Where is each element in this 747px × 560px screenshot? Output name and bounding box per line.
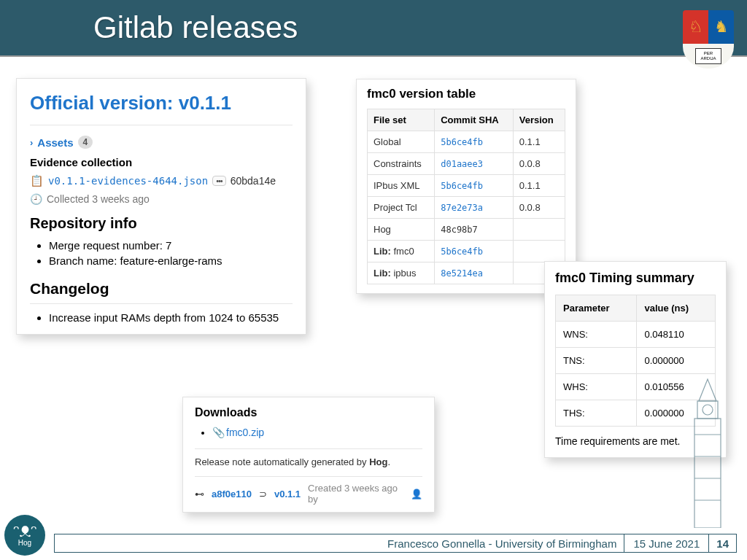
footer-author: Francesco Gonnella - University of Birmi… bbox=[55, 537, 624, 550]
hog-face-icon: ᵔᴥᵔ bbox=[13, 524, 37, 539]
tag-icon: ⊃ bbox=[259, 489, 267, 499]
version-table: File set Commit SHA Version Global5b6ce4… bbox=[367, 109, 565, 284]
sha-cell[interactable]: 5b6ce4fb bbox=[435, 241, 513, 262]
collected-text: Collected 3 weeks ago bbox=[47, 193, 150, 205]
downloads-panel: Downloads 📎fmc0.zip Release note automat… bbox=[182, 397, 435, 513]
param-cell: WHS: bbox=[556, 374, 637, 400]
sha-cell[interactable]: 5b6ce4fb bbox=[435, 175, 513, 197]
fileset-cell: Constraints bbox=[368, 153, 435, 175]
ellipsis-button[interactable]: ••• bbox=[212, 176, 226, 186]
downloads-heading: Downloads bbox=[195, 406, 422, 419]
col-version: Version bbox=[513, 109, 565, 131]
value-cell: 0.048110 bbox=[637, 322, 716, 348]
download-item: 📎fmc0.zip bbox=[212, 427, 422, 438]
table-row: Constraintsd01aaee30.0.8 bbox=[368, 153, 565, 175]
evidence-file-link[interactable]: v0.1.1-evidences-4644.json bbox=[48, 175, 208, 187]
fileset-cell: Global bbox=[368, 131, 435, 153]
tag-link[interactable]: v0.1.1 bbox=[274, 489, 301, 499]
svg-point-1 bbox=[703, 405, 713, 415]
value-cell: 0.000000 bbox=[637, 348, 716, 374]
paperclip-icon: 📎 bbox=[212, 427, 225, 438]
merge-request-item: Merge request number: 7 bbox=[49, 239, 293, 252]
hog-logo: ᵔᴥᵔ Hog bbox=[4, 515, 45, 556]
sha-cell[interactable]: 87e2e73a bbox=[435, 197, 513, 219]
version-cell: 0.0.8 bbox=[513, 153, 565, 175]
sha-cell[interactable]: d01aaee3 bbox=[435, 153, 513, 175]
fileset-cell: Lib: fmc0 bbox=[368, 241, 435, 262]
assets-label: Assets bbox=[37, 136, 73, 149]
commit-link[interactable]: a8f0e110 bbox=[212, 489, 252, 499]
param-cell: WNS: bbox=[556, 322, 637, 348]
downloads-meta: ⊷ a8f0e110 ⊃ v0.1.1 Created 3 weeks ago … bbox=[195, 476, 422, 505]
fileset-cell: Lib: ipbus bbox=[368, 262, 435, 284]
university-crest: ♘ ♞ PERARDUA bbox=[683, 10, 734, 69]
table-row: Hog48c98b7 bbox=[368, 219, 565, 241]
fileset-cell: IPbus XML bbox=[368, 175, 435, 197]
table-row: Project Tcl87e2e73a0.0.8 bbox=[368, 197, 565, 219]
table-row: Global5b6ce4fb0.1.1 bbox=[368, 131, 565, 153]
col-parameter: Parameter bbox=[556, 295, 637, 322]
branch-name-item: Branch name: feature-enlarge-rams bbox=[49, 254, 293, 267]
clocktower-illustration bbox=[677, 376, 738, 528]
divider bbox=[30, 125, 293, 125]
table-row: IPbus XML5b6ce4fb0.1.1 bbox=[368, 175, 565, 197]
crest-lion-icon: ♘ bbox=[683, 10, 708, 44]
sha-cell: 48c98b7 bbox=[435, 219, 513, 241]
created-text: Created 3 weeks ago by bbox=[308, 483, 403, 505]
table-row: WNS:0.048110 bbox=[556, 322, 716, 348]
evidence-sha: 60bda14e bbox=[231, 175, 276, 187]
evidence-row: 📋 v0.1.1-evidences-4644.json ••• 60bda14… bbox=[30, 174, 293, 187]
download-link[interactable]: fmc0.zip bbox=[226, 427, 264, 438]
version-cell bbox=[513, 219, 565, 241]
sha-cell[interactable]: 8e5214ea bbox=[435, 262, 513, 284]
fileset-cell: Project Tcl bbox=[368, 197, 435, 219]
changelog-list: Increase input RAMs depth from 1024 to 6… bbox=[49, 311, 293, 324]
fileset-cell: Hog bbox=[368, 219, 435, 241]
repo-info-heading: Repository info bbox=[30, 215, 293, 232]
slide-title: Gitlab releases bbox=[93, 10, 298, 45]
version-cell bbox=[513, 241, 565, 262]
footer-page: 14 bbox=[708, 534, 736, 552]
crest-motto: PERARDUA bbox=[695, 48, 721, 64]
table-row: Lib: ipbus8e5214ea bbox=[368, 262, 565, 284]
version-cell: 0.0.8 bbox=[513, 197, 565, 219]
avatar-icon: 👤 bbox=[411, 489, 422, 499]
hog-logo-text: Hog bbox=[18, 539, 31, 547]
changelog-heading: Changelog bbox=[30, 280, 293, 298]
version-table-panel: fmc0 version table File set Commit SHA V… bbox=[356, 79, 576, 294]
downloads-list: 📎fmc0.zip bbox=[212, 427, 422, 438]
col-fileset: File set bbox=[368, 109, 435, 131]
release-panel: Official version: v0.1.1 › Assets 4 Evid… bbox=[16, 78, 306, 335]
assets-count-badge: 4 bbox=[78, 136, 93, 149]
svg-rect-0 bbox=[697, 401, 718, 419]
repo-info-list: Merge request number: 7 Branch name: fea… bbox=[49, 239, 293, 267]
col-value: value (ns) bbox=[637, 295, 716, 322]
changelog-item: Increase input RAMs depth from 1024 to 6… bbox=[49, 311, 293, 324]
chevron-right-icon: › bbox=[30, 137, 33, 148]
crest-griffin-icon: ♞ bbox=[708, 10, 734, 44]
footer-date: 15 June 2021 bbox=[624, 534, 708, 552]
timing-title: fmc0 Timing summary bbox=[555, 271, 716, 286]
clipboard-icon: 📋 bbox=[30, 174, 44, 187]
version-cell: 0.1.1 bbox=[513, 131, 565, 153]
header-bar: Gitlab releases ♘ ♞ PERARDUA bbox=[0, 0, 747, 57]
collected-row: 🕘 Collected 3 weeks ago bbox=[30, 193, 293, 205]
table-row: Lib: fmc05b6ce4fb bbox=[368, 241, 565, 262]
evidence-heading: Evidence collection bbox=[30, 156, 293, 168]
table-row: TNS:0.000000 bbox=[556, 348, 716, 374]
assets-row[interactable]: › Assets 4 bbox=[30, 136, 293, 149]
version-cell: 0.1.1 bbox=[513, 175, 565, 197]
release-title[interactable]: Official version: v0.1.1 bbox=[30, 92, 293, 114]
divider bbox=[195, 448, 422, 449]
divider bbox=[30, 303, 293, 304]
footer: Francesco Gonnella - University of Birmi… bbox=[54, 534, 737, 553]
clock-icon: 🕘 bbox=[30, 193, 42, 205]
commit-icon: ⊷ bbox=[195, 489, 204, 499]
param-cell: THS: bbox=[556, 400, 637, 427]
downloads-note: Release note automatically generated by … bbox=[195, 456, 422, 467]
sha-cell[interactable]: 5b6ce4fb bbox=[435, 131, 513, 153]
param-cell: TNS: bbox=[556, 348, 637, 374]
version-table-title: fmc0 version table bbox=[367, 87, 565, 101]
col-sha: Commit SHA bbox=[435, 109, 513, 131]
